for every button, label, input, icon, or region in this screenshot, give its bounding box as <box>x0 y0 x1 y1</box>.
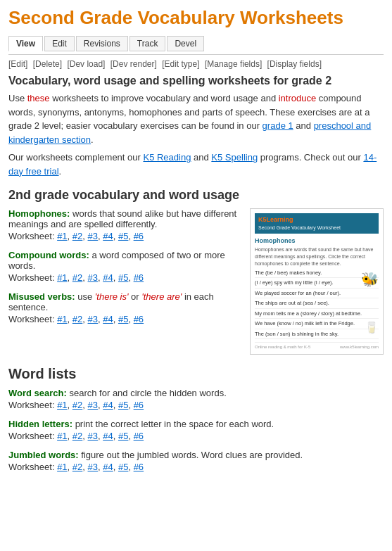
jumbled-ws-5[interactable]: #5 <box>118 462 128 472</box>
preview-footer-right: www.k5learning.com <box>340 344 379 350</box>
preview-footer: Online reading & math for K-5 www.k5lear… <box>255 342 379 350</box>
preview-line-7: The (son / sun) is shining in the sky. <box>255 331 379 340</box>
jumbled-words-item: Jumbled words: figure out the jumbled wo… <box>8 450 384 472</box>
vocab-heading: 2nd grade vocabulary and word usage <box>8 188 384 203</box>
admin-dev-load[interactable]: [Dev load] <box>67 59 105 69</box>
compound-ws-4[interactable]: #4 <box>103 272 113 283</box>
preview-line-5: My mom tells me a (storey / story) at be… <box>255 310 379 319</box>
admin-dev-render[interactable]: [Dev render] <box>110 59 157 69</box>
hidden-ws-3[interactable]: #3 <box>88 431 98 441</box>
homophones-ws-2[interactable]: #2 <box>72 231 82 241</box>
hidden-letters-worksheets: Worksheet: #1, #2, #3, #4, #5, #6 <box>8 431 384 441</box>
misused-ws-6[interactable]: #6 <box>134 314 144 324</box>
hidden-letters-label: Hidden letters: <box>8 419 72 429</box>
preview-title: Homophones <box>255 236 379 246</box>
homophones-label: Homophones: <box>8 208 70 219</box>
admin-display-fields[interactable]: [Display fields] <box>267 59 322 69</box>
word-search-ws-1[interactable]: #1 <box>57 400 67 410</box>
admin-delete[interactable]: [Delete] <box>33 59 62 69</box>
jumbled-words-label-line: Jumbled words: figure out the jumbled wo… <box>8 450 384 460</box>
link-k5spelling[interactable]: K5 Spelling <box>211 152 258 163</box>
preview-footer-left: Online reading & math for K-5 <box>255 344 310 350</box>
misused-ws-1[interactable]: #1 <box>57 314 67 324</box>
homophones-ws-1[interactable]: #1 <box>57 231 67 241</box>
compound-worksheets: Worksheet: #1, #2, #3, #4, #5, #6 <box>8 272 243 283</box>
word-search-label: Word search: <box>8 388 67 398</box>
tabs-bar: View Edit Revisions Track Devel <box>8 36 384 55</box>
homophones-ws-3[interactable]: #3 <box>88 231 98 241</box>
jumbled-words-label: Jumbled words: <box>8 450 79 460</box>
word-search-ws-4[interactable]: #4 <box>103 400 113 410</box>
homophones-label-line: Homophones: words that sound alike but h… <box>8 208 243 229</box>
intro-paragraph-2: Our worksheets complement our K5 Reading… <box>8 151 384 178</box>
jumbled-ws-1[interactable]: #1 <box>57 462 67 472</box>
jumbled-ws-4[interactable]: #4 <box>103 462 113 472</box>
word-search-ws-3[interactable]: #3 <box>88 400 98 410</box>
compound-ws-3[interactable]: #3 <box>88 272 98 283</box>
compound-words-item: Compound words: a word composed of two o… <box>8 250 243 283</box>
admin-edit-type[interactable]: [Edit type] <box>162 59 199 69</box>
homophones-ws-6[interactable]: #6 <box>134 231 144 241</box>
tab-track[interactable]: Track <box>129 36 166 51</box>
word-search-label-line: Word search: search for and circle the h… <box>8 388 384 398</box>
preview-line-1: The (be / bee) makes honey. <box>255 270 379 279</box>
word-search-ws-6[interactable]: #6 <box>134 400 144 410</box>
tab-revisions[interactable]: Revisions <box>76 36 128 51</box>
homophones-worksheets: Worksheet: #1, #2, #3, #4, #5, #6 <box>8 231 243 241</box>
admin-links: [Edit] [Delete] [Dev load] [Dev render] … <box>8 59 384 69</box>
link-grade1[interactable]: grade 1 <box>263 120 293 131</box>
tab-devel[interactable]: Devel <box>167 36 204 51</box>
hidden-ws-4[interactable]: #4 <box>103 431 113 441</box>
worksheet-preview: K5Learning Second Grade Vocabulary Works… <box>250 208 384 355</box>
tab-view[interactable]: View <box>8 36 43 51</box>
word-search-item: Word search: search for and circle the h… <box>8 388 384 410</box>
link-trial[interactable]: 14-day free trial <box>8 152 377 177</box>
tab-edit[interactable]: Edit <box>44 36 75 51</box>
word-lists-section: Word lists Word search: search for and c… <box>8 366 384 472</box>
compound-label-line: Compound words: a word composed of two o… <box>8 250 243 271</box>
compound-ws-6[interactable]: #6 <box>134 272 144 283</box>
misused-label-line: Misused verbs: use 'there is' or 'there … <box>8 291 243 312</box>
jumbled-ws-3[interactable]: #3 <box>88 462 98 472</box>
misused-ws-3[interactable]: #3 <box>88 314 98 324</box>
word-search-worksheets: Worksheet: #1, #2, #3, #4, #5, #6 <box>8 400 384 410</box>
misused-ws-2[interactable]: #2 <box>72 314 82 324</box>
link-preschool[interactable]: preschool and kindergarten section <box>8 120 371 145</box>
preview-line-2: (I / eye) spy with my little (I / eye). <box>255 279 379 289</box>
jumbled-ws-2[interactable]: #2 <box>72 462 82 472</box>
misused-ws-5[interactable]: #5 <box>118 314 128 324</box>
preview-header: K5Learning Second Grade Vocabulary Works… <box>255 213 379 233</box>
misused-label: Misused verbs: <box>8 291 75 302</box>
homophones-section: Homophones: words that sound alike but h… <box>8 208 384 355</box>
homophones-ws-4[interactable]: #4 <box>103 231 113 241</box>
homophones-item: Homophones: words that sound alike but h… <box>8 208 243 241</box>
misused-verbs-item: Misused verbs: use 'there is' or 'there … <box>8 291 243 324</box>
page-title: Second Grade Vocabulary Worksheets <box>8 7 384 29</box>
hidden-ws-6[interactable]: #6 <box>134 431 144 441</box>
word-search-ws-5[interactable]: #5 <box>118 400 128 410</box>
preview-subtitle: Second Grade Vocabulary Worksheet <box>258 224 375 232</box>
milk-icon: 🥛 <box>365 320 379 336</box>
compound-ws-2[interactable]: #2 <box>72 272 82 283</box>
hidden-ws-2[interactable]: #2 <box>72 431 82 441</box>
intro-paragraph-1: Use these worksheets to improve vocabula… <box>8 91 384 146</box>
highlight-introduce: introduce <box>279 93 316 103</box>
preview-line-3: We played soccer for an (hour / our). <box>255 290 379 299</box>
homophones-content: Homophones: words that sound alike but h… <box>8 208 243 355</box>
hidden-ws-1[interactable]: #1 <box>57 431 67 441</box>
link-k5reading[interactable]: K5 Reading <box>143 152 191 163</box>
admin-edit[interactable]: [Edit] <box>8 59 27 69</box>
homophones-ws-5[interactable]: #5 <box>118 231 128 241</box>
compound-ws-1[interactable]: #1 <box>57 272 67 283</box>
jumbled-ws-6[interactable]: #6 <box>134 462 144 472</box>
compound-ws-5[interactable]: #5 <box>118 272 128 283</box>
highlight-use: these <box>27 93 50 103</box>
admin-manage-fields[interactable]: [Manage fields] <box>205 59 262 69</box>
word-search-ws-2[interactable]: #2 <box>72 400 82 410</box>
hidden-letters-item: Hidden letters: print the correct letter… <box>8 419 384 441</box>
misused-ws-4[interactable]: #4 <box>103 314 113 324</box>
word-search-desc: search for and circle the hidden words. <box>69 388 226 398</box>
preview-logo: K5Learning <box>258 215 375 224</box>
main-heading: Vocabulary, word usage and spelling work… <box>8 75 384 87</box>
hidden-ws-5[interactable]: #5 <box>118 431 128 441</box>
